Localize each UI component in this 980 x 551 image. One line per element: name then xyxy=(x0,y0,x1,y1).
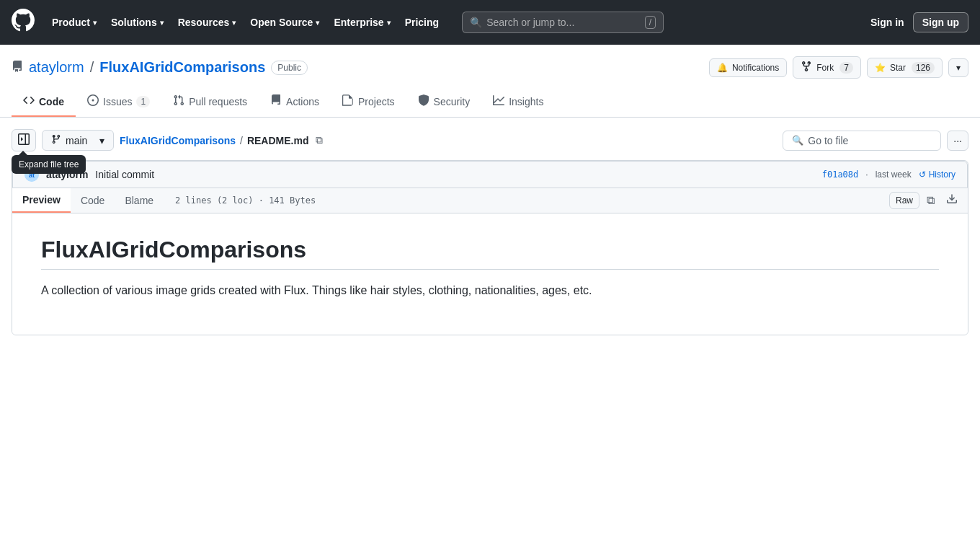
fork-icon xyxy=(801,61,812,74)
tab-pr-label: Pull requests xyxy=(189,96,247,107)
sign-in-button[interactable]: Sign in xyxy=(870,17,904,28)
tab-issues[interactable]: Issues 1 xyxy=(76,87,161,117)
solutions-chevron-icon: ▾ xyxy=(160,19,164,27)
commit-time: last week xyxy=(876,169,912,180)
code-tab[interactable]: Code xyxy=(71,189,115,212)
insights-icon xyxy=(493,94,504,108)
breadcrumb-separator: / xyxy=(240,135,243,146)
breadcrumb-file: README.md xyxy=(247,135,309,146)
avatar: at xyxy=(24,167,39,182)
file-section: Expand file tree main ▾ FluxAIGridCompar… xyxy=(0,118,980,347)
tab-projects[interactable]: Projects xyxy=(331,87,406,117)
security-icon xyxy=(418,94,429,108)
tab-insights[interactable]: Insights xyxy=(481,87,555,117)
repo-visibility-badge: Public xyxy=(271,61,308,75)
repo-action-buttons: 🔔 Notifications Fork 7 ⭐ Star 126 ▾ xyxy=(709,56,968,79)
raw-button[interactable]: Raw xyxy=(889,192,919,209)
breadcrumb-repo-link[interactable]: FluxAIGridComparisons xyxy=(120,135,236,146)
file-meta: 2 lines (2 loc) · 141 Bytes xyxy=(164,190,327,211)
commit-dot-sep: · xyxy=(865,169,868,180)
svg-text:at: at xyxy=(29,172,35,179)
star-label: Star xyxy=(890,63,906,73)
nav-opensource-label: Open Source xyxy=(250,17,313,28)
tab-actions-label: Actions xyxy=(286,96,319,107)
search-input[interactable] xyxy=(486,17,641,28)
tab-security-label: Security xyxy=(434,96,471,107)
notifications-button[interactable]: 🔔 Notifications xyxy=(709,58,787,77)
star-icon: ⭐ xyxy=(875,63,886,73)
tab-pullrequests[interactable]: Pull requests xyxy=(161,87,259,117)
issues-count: 1 xyxy=(136,96,150,107)
commit-meta: f01a08d · last week ↺ History xyxy=(822,169,956,180)
fork-count: 7 xyxy=(839,62,853,74)
ellipsis-icon: ··· xyxy=(953,135,962,146)
nav-product-label: Product xyxy=(52,17,90,28)
repo-slash: / xyxy=(90,59,94,76)
expand-file-tree-button[interactable] xyxy=(12,129,36,151)
readme-description: A collection of various image grids crea… xyxy=(41,281,939,300)
nav-resources[interactable]: Resources ▾ xyxy=(172,12,242,32)
file-panel: at ataylorm Initial commit f01a08d · las… xyxy=(12,160,968,335)
nav-enterprise-label: Enterprise xyxy=(334,17,383,28)
nav-resources-label: Resources xyxy=(178,17,230,28)
more-file-options-button[interactable]: ··· xyxy=(947,131,968,151)
nav-opensource[interactable]: Open Source ▾ xyxy=(244,12,325,32)
blame-tab[interactable]: Blame xyxy=(115,189,164,212)
preview-tab[interactable]: Preview xyxy=(12,188,71,213)
notifications-label: Notifications xyxy=(732,63,779,73)
search-icon: 🔍 xyxy=(470,17,482,28)
bell-icon: 🔔 xyxy=(717,63,728,73)
repo-header: ataylorm / FluxAIGridComparisons Public … xyxy=(0,45,980,118)
tab-security[interactable]: Security xyxy=(406,87,482,117)
commit-author[interactable]: ataylorm xyxy=(46,169,88,180)
breadcrumb: FluxAIGridComparisons / README.md ⧉ xyxy=(120,133,326,148)
nav-product[interactable]: Product ▾ xyxy=(46,12,102,32)
expand-tree-area: Expand file tree xyxy=(12,129,36,151)
projects-icon xyxy=(342,94,354,108)
readme-title: FluxAIGridComparisons xyxy=(41,237,939,270)
product-chevron-icon: ▾ xyxy=(93,19,97,27)
issues-icon xyxy=(87,94,99,108)
more-options-button[interactable]: ▾ xyxy=(948,58,968,77)
copy-file-button[interactable]: ⧉ xyxy=(922,191,939,210)
history-button[interactable]: ↺ History xyxy=(919,169,956,180)
nav-solutions-label: Solutions xyxy=(111,17,157,28)
search-small-icon: 🔍 xyxy=(792,135,803,146)
goto-file-placeholder: Go to file xyxy=(808,135,848,146)
tab-issues-label: Issues xyxy=(103,96,132,107)
star-button[interactable]: ⭐ Star 126 xyxy=(867,58,943,78)
chevron-down-icon: ▾ xyxy=(956,63,961,73)
tab-projects-label: Projects xyxy=(358,96,395,107)
file-action-buttons: Raw ⧉ xyxy=(889,190,968,211)
star-count: 126 xyxy=(912,62,935,74)
nav-solutions[interactable]: Solutions ▾ xyxy=(105,12,169,32)
search-box[interactable]: 🔍 / xyxy=(462,12,664,33)
sidebar-expand-icon xyxy=(18,133,30,147)
fork-button[interactable]: Fork 7 xyxy=(793,56,861,79)
goto-file-input[interactable]: 🔍 Go to file xyxy=(783,131,941,151)
repo-name[interactable]: FluxAIGridComparisons xyxy=(99,59,265,76)
commit-message: Initial commit xyxy=(95,169,154,180)
nav-enterprise[interactable]: Enterprise ▾ xyxy=(328,12,396,32)
download-file-button[interactable] xyxy=(942,190,962,211)
file-view-header: Preview Code Blame 2 lines (2 loc) · 141… xyxy=(12,188,968,213)
file-toolbar: Expand file tree main ▾ FluxAIGridCompar… xyxy=(12,129,968,151)
sign-up-button[interactable]: Sign up xyxy=(913,12,968,32)
actions-icon xyxy=(270,94,282,108)
nav-auth: Sign in Sign up xyxy=(870,12,968,32)
pullrequest-icon xyxy=(173,94,184,108)
branch-selector-button[interactable]: main ▾ xyxy=(42,130,114,151)
repo-title-row: ataylorm / FluxAIGridComparisons Public … xyxy=(12,56,968,79)
enterprise-chevron-icon: ▾ xyxy=(387,19,391,27)
tab-insights-label: Insights xyxy=(509,96,543,107)
history-icon: ↺ xyxy=(919,169,926,180)
readme-content: FluxAIGridComparisons A collection of va… xyxy=(12,213,968,335)
github-logo[interactable] xyxy=(12,9,35,36)
fork-label: Fork xyxy=(816,63,834,73)
tab-code[interactable]: Code xyxy=(12,87,76,117)
copy-path-button[interactable]: ⧉ xyxy=(313,133,326,148)
commit-sha[interactable]: f01a08d xyxy=(822,169,859,180)
tab-actions[interactable]: Actions xyxy=(259,87,331,117)
nav-pricing[interactable]: Pricing xyxy=(399,12,445,32)
repo-owner[interactable]: ataylorm xyxy=(29,59,84,76)
